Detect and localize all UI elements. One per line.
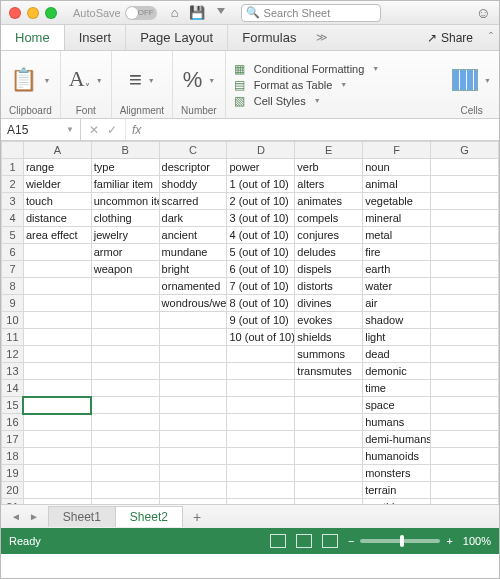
row-header[interactable]: 8 — [2, 278, 24, 295]
cell[interactable] — [23, 244, 91, 261]
cell[interactable]: vegetable — [363, 193, 431, 210]
window-minimize-button[interactable] — [27, 7, 39, 19]
row-header[interactable]: 15 — [2, 397, 24, 414]
cell[interactable] — [295, 431, 363, 448]
row-header[interactable]: 6 — [2, 244, 24, 261]
cell[interactable]: 3 (out of 10) — [227, 210, 295, 227]
cell[interactable] — [23, 465, 91, 482]
search-sheet-box[interactable]: 🔍 Search Sheet — [241, 4, 381, 22]
cell[interactable] — [431, 159, 499, 176]
row-header[interactable]: 2 — [2, 176, 24, 193]
cell[interactable] — [159, 448, 227, 465]
cell[interactable]: alters — [295, 176, 363, 193]
enter-icon[interactable]: ✓ — [107, 123, 117, 137]
cell[interactable] — [431, 448, 499, 465]
cell[interactable]: time — [363, 380, 431, 397]
cell[interactable] — [295, 448, 363, 465]
row-header[interactable]: 9 — [2, 295, 24, 312]
sheet-tab-sheet1[interactable]: Sheet1 — [48, 506, 116, 527]
column-header[interactable]: A — [23, 142, 91, 159]
row-header[interactable]: 10 — [2, 312, 24, 329]
column-header[interactable]: G — [431, 142, 499, 159]
align-icon[interactable]: ≡ — [129, 67, 142, 93]
cell[interactable]: 10 (out of 10) — [227, 329, 295, 346]
cell[interactable] — [159, 329, 227, 346]
cell[interactable] — [431, 380, 499, 397]
zoom-control[interactable]: − + — [348, 535, 453, 547]
cell[interactable]: deludes — [295, 244, 363, 261]
cell[interactable] — [91, 346, 159, 363]
view-page-layout-icon[interactable] — [296, 534, 312, 548]
cell[interactable] — [91, 329, 159, 346]
cell[interactable]: wielder — [23, 176, 91, 193]
cell[interactable] — [227, 380, 295, 397]
chevron-down-icon[interactable]: ▼ — [96, 77, 103, 84]
cell[interactable]: mineral — [363, 210, 431, 227]
cell[interactable] — [91, 380, 159, 397]
spreadsheet-grid[interactable]: ABCDEFG1rangetypedescriptorpowerverbnoun… — [1, 141, 499, 504]
row-header[interactable]: 1 — [2, 159, 24, 176]
cell[interactable]: dark — [159, 210, 227, 227]
cell[interactable] — [227, 465, 295, 482]
cell[interactable] — [431, 499, 499, 505]
column-header[interactable]: E — [295, 142, 363, 159]
cell[interactable]: air — [363, 295, 431, 312]
conditional-formatting-button[interactable]: ▦Conditional Formatting▼ — [232, 62, 438, 76]
zoom-in-icon[interactable]: + — [446, 535, 452, 547]
cell[interactable] — [23, 499, 91, 505]
cell[interactable] — [23, 278, 91, 295]
column-header[interactable]: F — [363, 142, 431, 159]
cell[interactable] — [431, 346, 499, 363]
cell[interactable] — [91, 414, 159, 431]
cell[interactable] — [431, 176, 499, 193]
cancel-icon[interactable]: ✕ — [89, 123, 99, 137]
font-icon[interactable]: A˅ — [69, 66, 90, 93]
cell[interactable] — [431, 329, 499, 346]
cell[interactable] — [431, 295, 499, 312]
cell[interactable]: transmutes — [295, 363, 363, 380]
cell[interactable]: familiar item — [91, 176, 159, 193]
cell[interactable]: 8 (out of 10) — [227, 295, 295, 312]
cell[interactable] — [91, 295, 159, 312]
cell[interactable]: conjures — [295, 227, 363, 244]
cell[interactable]: verb — [295, 159, 363, 176]
tabs-overflow-icon[interactable]: ≫ — [310, 25, 334, 50]
cell[interactable] — [159, 465, 227, 482]
cell[interactable]: uncommon item — [91, 193, 159, 210]
cell[interactable]: 1 (out of 10) — [227, 176, 295, 193]
cell[interactable] — [295, 397, 363, 414]
row-header[interactable]: 5 — [2, 227, 24, 244]
cell[interactable] — [227, 397, 295, 414]
cell[interactable] — [91, 499, 159, 505]
cell[interactable] — [159, 346, 227, 363]
cell[interactable]: mundane — [159, 244, 227, 261]
row-header[interactable]: 18 — [2, 448, 24, 465]
cell[interactable]: metal — [363, 227, 431, 244]
cell[interactable] — [227, 414, 295, 431]
row-header[interactable]: 4 — [2, 210, 24, 227]
cell-styles-button[interactable]: ▧Cell Styles▼ — [232, 94, 438, 108]
select-all-corner[interactable] — [2, 142, 24, 159]
cell[interactable]: range — [23, 159, 91, 176]
cell[interactable]: 2 (out of 10) — [227, 193, 295, 210]
row-header[interactable]: 19 — [2, 465, 24, 482]
cell[interactable] — [23, 329, 91, 346]
cell[interactable]: demi-humans — [363, 431, 431, 448]
cell[interactable] — [431, 431, 499, 448]
cell[interactable]: anything — [363, 499, 431, 505]
cell[interactable]: wondrous/weird — [159, 295, 227, 312]
chevron-down-icon[interactable]: ▼ — [43, 77, 50, 84]
cell[interactable] — [23, 363, 91, 380]
cell[interactable] — [159, 499, 227, 505]
cell[interactable] — [91, 465, 159, 482]
cell[interactable] — [431, 244, 499, 261]
cell[interactable]: shields — [295, 329, 363, 346]
row-header[interactable]: 13 — [2, 363, 24, 380]
cell[interactable] — [91, 482, 159, 499]
cell[interactable] — [431, 363, 499, 380]
row-header[interactable]: 7 — [2, 261, 24, 278]
cell[interactable]: area effect — [23, 227, 91, 244]
cell[interactable] — [431, 261, 499, 278]
tab-home[interactable]: Home — [1, 25, 65, 50]
row-header[interactable]: 14 — [2, 380, 24, 397]
